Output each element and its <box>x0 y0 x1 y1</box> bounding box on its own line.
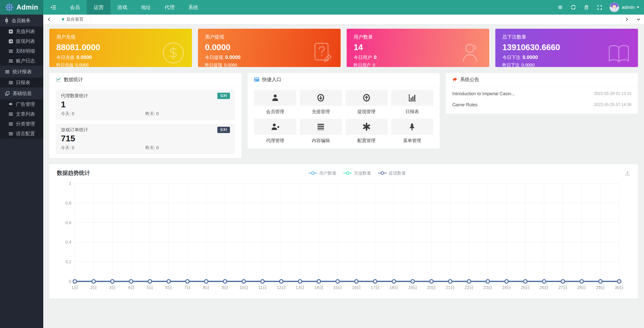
tab-dashboard[interactable]: 后台首页 <box>55 15 91 24</box>
data-point <box>430 280 433 283</box>
shortcut-daily-report[interactable]: 日报表 <box>391 90 433 116</box>
shortcut-menu-management[interactable]: 菜单管理 <box>391 119 433 145</box>
nav-item-operations[interactable]: 运营 <box>87 0 110 15</box>
data-point <box>186 280 189 283</box>
x-tick-label: 17日 <box>371 285 380 290</box>
sidebar-group-label: 会员账务 <box>12 17 31 24</box>
tree-icon <box>391 119 433 135</box>
user-avatar[interactable] <box>610 3 619 12</box>
sidebar-item-label: 充值列表 <box>16 28 35 35</box>
stat-card-title: 用户提现 <box>205 34 334 40</box>
legend-marker-icon <box>309 171 317 175</box>
shortcut-member-management[interactable]: 会员管理 <box>254 90 296 116</box>
trash-button[interactable] <box>580 0 593 15</box>
user-menu[interactable]: admin <box>622 5 639 10</box>
announcement-title: Game Rules <box>452 102 477 108</box>
sidebar-item-transfer-details[interactable]: 划转明细 <box>0 46 43 56</box>
shortcut-label: 充值管理 <box>300 109 342 115</box>
megaphone-icon <box>9 102 13 107</box>
shortcuts-panel: 快捷入口 会员管理 充值管理 <box>248 73 440 149</box>
game-orders-card: 游戏订单统计 实时 715 今天: 0 昨天: 0 <box>56 124 235 154</box>
sidebar-item-article-list[interactable]: 文章列表 <box>0 109 43 119</box>
x-tick-label: 24日 <box>502 285 511 290</box>
sidebar-item-ad-management[interactable]: 广告管理 <box>0 99 43 109</box>
x-tick-label: 16日 <box>352 285 361 290</box>
nav-item-members[interactable]: 会员 <box>63 0 87 15</box>
nav-item-games[interactable]: 游戏 <box>110 0 134 15</box>
data-point <box>148 280 152 283</box>
tab-label: 后台首页 <box>66 16 84 22</box>
hexagon-button[interactable] <box>554 0 567 15</box>
nav-item-system[interactable]: 系统 <box>181 0 205 15</box>
stat-card-today-value: 0.0000 <box>522 54 538 60</box>
chart-legend: 用户数量充值数量提现数量 <box>90 170 624 176</box>
shortcut-agent-management[interactable]: 代理管理 <box>254 119 296 145</box>
announcement-item[interactable]: Game Rules 2022-05-25 07:14:39 <box>452 99 631 110</box>
tabs-scroll-left-button[interactable] <box>43 15 55 24</box>
sidebar-item-withdraw-list[interactable]: 提现列表 <box>0 36 43 46</box>
sidebar-item-recharge-list[interactable]: 充值列表 <box>0 26 43 36</box>
sidebar-group-basic-info[interactable]: 基础信息 <box>0 87 43 99</box>
sidebar-item-daily-report[interactable]: 日报表 <box>0 78 43 87</box>
sidebar-item-category-management[interactable]: 分类管理 <box>0 119 43 129</box>
sidebar-item-label: 划转明细 <box>16 48 35 54</box>
x-tick-label: 12日 <box>277 285 286 290</box>
tabs-scroll-right-button[interactable] <box>621 15 632 24</box>
nav-item-address[interactable]: 地址 <box>134 0 158 15</box>
data-stats-header: 数据统计 <box>49 73 242 86</box>
nav-item-agents[interactable]: 代理 <box>158 0 181 15</box>
legend-item[interactable]: 充值数量 <box>343 170 371 176</box>
brand-name: Admin <box>16 4 38 11</box>
x-tick-label: 14日 <box>314 285 324 290</box>
x-tick-label: 5日 <box>147 285 153 290</box>
shortcut-label: 提现管理 <box>345 109 388 115</box>
fullscreen-button[interactable] <box>593 0 606 15</box>
realtime-badge: 实时 <box>217 127 230 133</box>
x-tick-label: 19日 <box>408 285 417 290</box>
shortcut-content-edit[interactable]: 内容编辑 <box>300 119 342 145</box>
legend-item[interactable]: 用户数量 <box>309 170 336 176</box>
navbar-actions: admin <box>554 0 644 15</box>
shortcut-config-management[interactable]: 配置管理 <box>345 119 388 145</box>
x-tick-label: 1日 <box>71 285 78 290</box>
username-text: admin <box>622 5 635 10</box>
x-tick-label: 9日 <box>222 285 228 290</box>
download-icon[interactable] <box>624 170 630 176</box>
y-tick-label: 1 <box>69 181 71 186</box>
data-point <box>167 280 171 283</box>
panels-row: 数据统计 代理数量统计 实时 1 今天: 0 昨天: 0 游戏订单统 <box>49 73 638 158</box>
x-tick-label: 21日 <box>446 285 455 290</box>
data-point <box>242 280 246 283</box>
shortcut-recharge-management[interactable]: 充值管理 <box>300 90 342 116</box>
asterisk-icon <box>345 119 388 135</box>
tabs-menu-button[interactable] <box>632 15 644 24</box>
sidebar-submenu: 日报表 <box>0 78 43 87</box>
x-tick-label: 27日 <box>558 285 568 290</box>
refresh-button[interactable] <box>567 0 580 15</box>
sidebar: B 会员账务 充值列表 提现列表 划转明细 账户日志 <box>0 15 43 328</box>
stat-card-today-label: 今日提现 <box>205 54 223 60</box>
stat-card-today-label: 今日下注 <box>502 54 520 60</box>
legend-item[interactable]: 提现数量 <box>378 170 406 176</box>
trend-line-chart: 00.20.40.60.811日2日3日4日5日6日7日8日9日10日11日12… <box>57 179 630 294</box>
panel-title: 系统公告 <box>460 76 479 83</box>
sidebar-item-account-log[interactable]: 账户日志 <box>0 56 43 66</box>
sidebar-group-label: 统计报表 <box>13 69 32 75</box>
y-tick-label: 0.4 <box>65 240 71 245</box>
shortcut-withdraw-management[interactable]: 提现管理 <box>345 90 388 116</box>
sidebar-group-statistics[interactable]: 统计报表 <box>0 66 43 78</box>
chart-title: 数据趋势统计 <box>57 169 90 177</box>
sidebar-item-language-config[interactable]: 语言配置 <box>0 129 43 139</box>
x-tick-label: 10日 <box>239 285 248 290</box>
collapse-sidebar-button[interactable] <box>43 0 63 15</box>
app-logo: Admin <box>0 0 43 15</box>
data-point <box>336 280 339 283</box>
sidebar-submenu: 广告管理 文章列表 分类管理 语言配置 <box>0 99 43 139</box>
announcement-title: Introduction to Imperial Casin... <box>452 91 515 96</box>
legend-label: 提现数量 <box>389 170 406 176</box>
sidebar-group-member-accounts[interactable]: B 会员账务 <box>0 15 43 26</box>
realtime-badge: 实时 <box>217 93 230 99</box>
x-tick-label: 20日 <box>427 285 436 290</box>
data-point <box>617 280 621 283</box>
announcement-item[interactable]: Introduction to Imperial Casin... 2022-0… <box>452 88 631 99</box>
